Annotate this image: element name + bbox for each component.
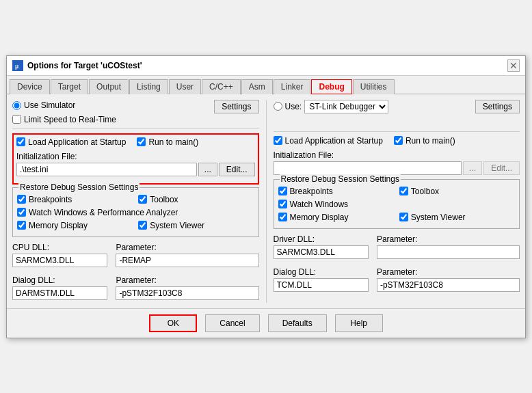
right-run-to-main-label: Run to main() xyxy=(405,136,455,146)
debugger-select[interactable]: ST-Link Debugger xyxy=(304,100,388,113)
right-system-viewer-label: System Viewer xyxy=(411,213,466,222)
left-column: Use Simulator Settings Limit Speed to Re… xyxy=(12,100,259,303)
tab-target[interactable]: Target xyxy=(51,79,88,94)
left-memory-display-row: Memory Display xyxy=(17,221,133,230)
right-watch-windows-checkbox[interactable] xyxy=(278,200,287,208)
left-toolbox-checkbox[interactable] xyxy=(138,195,147,204)
left-settings-button[interactable]: Settings xyxy=(214,100,258,113)
right-driver-dll-row: Driver DLL: Parameter: xyxy=(274,234,520,259)
use-simulator-label: Use Simulator xyxy=(24,100,75,110)
left-load-app-row: Load Application at Startup xyxy=(16,137,126,147)
right-system-viewer-row: System Viewer xyxy=(399,213,515,222)
tab-device[interactable]: Device xyxy=(10,79,50,94)
left-run-to-main-label: Run to main() xyxy=(148,137,198,147)
right-load-app-checkbox[interactable] xyxy=(274,136,282,145)
right-edit-button[interactable]: Edit... xyxy=(483,161,520,175)
use-radio-row: Use: ST-Link Debugger xyxy=(274,100,392,113)
right-dialog-dll-group: Dialog DLL: xyxy=(274,267,369,292)
right-breakpoints-checkbox[interactable] xyxy=(278,187,287,195)
left-breakpoints-checkbox[interactable] xyxy=(17,195,26,204)
left-run-to-main-checkbox[interactable] xyxy=(137,137,146,146)
left-dialog-param-label: Parameter: xyxy=(116,275,258,285)
ok-button[interactable]: OK xyxy=(149,314,197,332)
left-restore-title: Restore Debug Session Settings xyxy=(18,182,139,192)
cancel-button[interactable]: Cancel xyxy=(205,314,259,332)
left-cpu-dll-group: CPU DLL: xyxy=(12,243,107,267)
right-dialog-dll-input[interactable] xyxy=(274,278,369,292)
tab-asm[interactable]: Asm xyxy=(241,79,273,94)
use-debugger-radio[interactable] xyxy=(274,102,282,111)
limit-speed-row: Limit Speed to Real-Time xyxy=(12,115,259,124)
right-browse-button[interactable]: ... xyxy=(463,161,482,175)
left-edit-button[interactable]: Edit... xyxy=(219,163,255,176)
left-init-file-input[interactable] xyxy=(16,163,197,176)
use-debugger-row: Use: ST-Link Debugger Settings xyxy=(274,100,520,113)
right-driver-param-group: Parameter: xyxy=(377,234,520,259)
column-divider xyxy=(266,100,267,303)
tab-user[interactable]: User xyxy=(169,79,201,94)
right-dialog-param-group: Parameter: xyxy=(377,267,520,292)
left-system-viewer-row: System Viewer xyxy=(138,221,254,230)
left-system-viewer-label: System Viewer xyxy=(150,221,204,230)
right-settings-button[interactable]: Settings xyxy=(475,100,520,113)
right-toolbox-row: Toolbox xyxy=(399,187,515,196)
left-init-file-row: ... Edit... xyxy=(16,163,255,176)
left-cpu-dll-input[interactable] xyxy=(12,254,107,267)
limit-speed-checkbox[interactable] xyxy=(12,115,21,124)
defaults-button[interactable]: Defaults xyxy=(268,314,327,332)
right-toolbox-checkbox[interactable] xyxy=(399,187,408,195)
tab-utilities[interactable]: Utilities xyxy=(353,79,395,94)
left-cpu-param-input[interactable] xyxy=(116,254,258,267)
left-memory-display-checkbox[interactable] xyxy=(17,221,26,230)
left-system-viewer-checkbox[interactable] xyxy=(138,221,147,230)
tab-linker[interactable]: Linker xyxy=(274,79,311,94)
right-restore-group: Restore Debug Session Settings Breakpoin… xyxy=(274,179,520,229)
right-init-file-row: ... Edit... xyxy=(274,161,520,175)
left-breakpoints-row: Breakpoints xyxy=(17,195,133,204)
right-memory-display-checkbox[interactable] xyxy=(278,213,287,221)
tab-bar: Device Target Output Listing User C/C++ … xyxy=(7,76,525,94)
title-bar: µ Options for Target 'uCOStest' ✕ xyxy=(7,56,525,76)
svg-text:µ: µ xyxy=(15,63,18,70)
right-init-file-input[interactable] xyxy=(274,161,462,175)
tab-cpp[interactable]: C/C++ xyxy=(202,79,241,94)
right-system-viewer-checkbox[interactable] xyxy=(399,213,408,221)
title-bar-left: µ Options for Target 'uCOStest' xyxy=(12,60,142,71)
right-driver-dll-group: Driver DLL: xyxy=(274,234,369,259)
left-breakpoints-label: Breakpoints xyxy=(29,195,72,204)
right-driver-param-label: Parameter: xyxy=(377,234,520,244)
right-breakpoints-row: Breakpoints xyxy=(278,187,394,196)
right-restore-title: Restore Debug Session Settings xyxy=(280,174,401,184)
right-breakpoints-label: Breakpoints xyxy=(290,187,333,196)
right-load-app-row: Load Application at Startup xyxy=(274,136,383,146)
use-label: Use: xyxy=(285,102,302,111)
tab-listing[interactable]: Listing xyxy=(129,79,168,94)
right-run-to-main-row: Run to main() xyxy=(394,136,455,146)
right-run-to-main-checkbox[interactable] xyxy=(394,136,403,145)
main-columns: Use Simulator Settings Limit Speed to Re… xyxy=(12,100,520,303)
tab-output[interactable]: Output xyxy=(89,79,129,94)
tab-debug[interactable]: Debug xyxy=(311,79,351,94)
right-driver-dll-input[interactable] xyxy=(274,245,369,259)
help-button[interactable]: Help xyxy=(335,314,383,332)
right-memory-display-label: Memory Display xyxy=(290,213,349,222)
right-toolbox-label: Toolbox xyxy=(411,187,439,196)
left-browse-button[interactable]: ... xyxy=(198,163,217,176)
right-dialog-param-input[interactable] xyxy=(377,278,520,292)
right-restore-checks: Breakpoints Toolbox Watch Windows M xyxy=(278,187,516,224)
left-load-app-checkbox[interactable] xyxy=(16,137,25,146)
left-dialog-param-input[interactable] xyxy=(116,286,258,300)
left-watch-windows-checkbox[interactable] xyxy=(17,208,26,217)
left-watch-windows-label: Watch Windows & Performance Analyzer xyxy=(29,208,178,217)
right-init-file-label: Initialization File: xyxy=(274,150,520,160)
close-button[interactable]: ✕ xyxy=(507,59,520,72)
right-watch-windows-row: Watch Windows xyxy=(278,200,516,209)
right-column: Use: ST-Link Debugger Settings Loa xyxy=(274,100,520,303)
use-simulator-radio[interactable] xyxy=(12,101,21,110)
left-dialog-dll-input[interactable] xyxy=(12,286,107,300)
left-init-section-outlined: Load Application at Startup Run to main(… xyxy=(12,133,259,185)
left-dialog-param-group: Parameter: xyxy=(116,275,258,300)
left-dialog-dll-group: Dialog DLL: xyxy=(12,275,107,300)
right-watch-windows-label: Watch Windows xyxy=(290,200,349,209)
right-driver-param-input[interactable] xyxy=(377,245,520,259)
